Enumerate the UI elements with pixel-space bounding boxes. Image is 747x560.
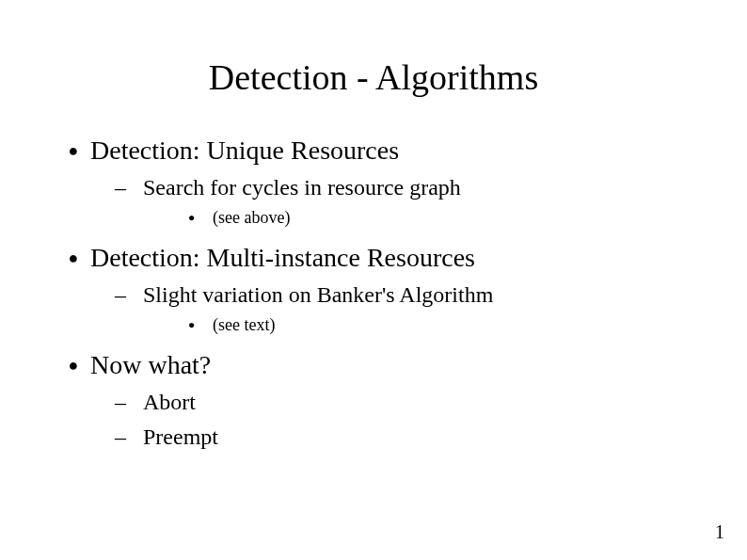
disc-bullet-icon: ●	[56, 142, 90, 159]
disc-bullet-icon: ●	[56, 249, 90, 266]
page-number: 1	[715, 521, 724, 543]
bullet-level1: ● Now what?	[56, 350, 691, 380]
bullet-text: Search for cycles in resource graph	[143, 175, 461, 200]
bullet-text: Detection: Multi-instance Resources	[90, 243, 475, 273]
bullet-text: Slight variation on Banker's Algorithm	[143, 282, 493, 308]
bullet-text: Detection: Unique Resources	[90, 136, 399, 166]
bullet-text: (see above)	[213, 208, 290, 228]
disc-bullet-icon: ●	[188, 318, 213, 332]
bullet-level1: ● Detection: Unique Resources	[56, 136, 691, 166]
dash-bullet-icon: –	[115, 390, 143, 415]
disc-bullet-icon: ●	[188, 211, 213, 225]
bullet-level3: ● (see above)	[188, 208, 691, 228]
bullet-level2: – Preempt	[115, 424, 691, 450]
slide: Detection - Algorithms ● Detection: Uniq…	[0, 0, 747, 560]
dash-bullet-icon: –	[115, 175, 143, 200]
bullet-text: (see text)	[213, 315, 275, 335]
bullet-level1: ● Detection: Multi-instance Resources	[56, 243, 691, 273]
dash-bullet-icon: –	[115, 424, 143, 450]
dash-bullet-icon: –	[115, 282, 143, 308]
bullet-level2: – Search for cycles in resource graph	[115, 175, 691, 200]
bullet-text: Now what?	[90, 350, 211, 380]
bullet-text: Abort	[143, 390, 196, 415]
bullet-level2: – Slight variation on Banker's Algorithm	[115, 282, 691, 308]
bullet-level2: – Abort	[115, 390, 691, 415]
slide-title: Detection - Algorithms	[56, 56, 691, 98]
disc-bullet-icon: ●	[56, 357, 90, 374]
bullet-level3: ● (see text)	[188, 315, 691, 335]
bullet-text: Preempt	[143, 424, 218, 450]
